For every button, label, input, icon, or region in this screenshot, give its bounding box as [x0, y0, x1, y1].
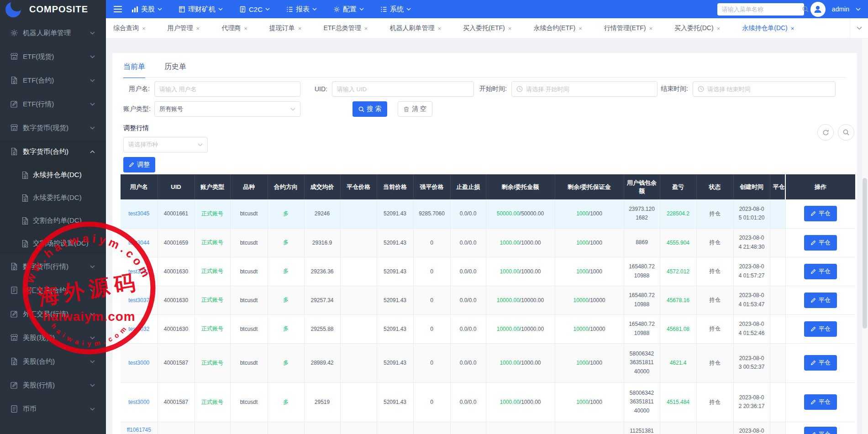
sidebar-item-7[interactable]: 外汇交易(合约): [0, 278, 106, 302]
open-tab-2[interactable]: 代理商 ×: [221, 24, 247, 32]
adjust-button[interactable]: 调整: [123, 157, 155, 173]
open-tab-4[interactable]: ETF总类管理 ×: [323, 24, 368, 32]
uid-input[interactable]: [337, 86, 469, 93]
username-link[interactable]: test3045: [128, 210, 149, 217]
nav-item-3[interactable]: 报表: [286, 5, 317, 14]
nav-item-4[interactable]: 配置: [333, 5, 364, 14]
open-tab-0[interactable]: 综合查询 ×: [113, 24, 146, 32]
sidebar-item-10[interactable]: SQL 美股(合约): [0, 350, 106, 373]
close-icon[interactable]: ×: [298, 25, 302, 32]
hamburger-icon[interactable]: [113, 5, 122, 13]
user-avatar[interactable]: [810, 2, 826, 17]
close-position-button[interactable]: 平仓: [804, 321, 837, 337]
username-link[interactable]: test3044: [128, 240, 149, 246]
cell-account-type: 正式账号: [195, 199, 230, 228]
tabs-dropdown-button[interactable]: [850, 18, 868, 39]
search-icon[interactable]: [802, 6, 809, 12]
sidebar-item-12[interactable]: 币币: [0, 397, 106, 421]
open-tab-3[interactable]: 提现订单 ×: [269, 24, 302, 32]
open-tab-1[interactable]: 用户管理 ×: [168, 24, 200, 32]
sidebar-item-5[interactable]: SQL 数字货币(合约): [0, 140, 106, 163]
cell-created-time: 2023-08-0 4 01:53:47: [733, 286, 770, 314]
chevron-down-icon: [90, 313, 95, 316]
close-position-button[interactable]: 平仓: [804, 394, 837, 410]
sidebar-item-6[interactable]: SQL 数字货币(行情): [0, 255, 106, 278]
tab-current-orders[interactable]: 当前单: [123, 62, 145, 78]
close-icon[interactable]: ×: [437, 25, 441, 32]
cell-account-type: 正式账号: [195, 343, 230, 382]
username-link[interactable]: ff1061745: [127, 427, 151, 433]
open-tab-8[interactable]: 行情管理(ETF) ×: [604, 24, 652, 32]
nav-item-2[interactable]: C2C: [239, 5, 270, 13]
sidebar-subitem-2[interactable]: SQL 交割合约单(DC): [0, 209, 106, 232]
cell-status: 持仓: [696, 382, 733, 422]
sidebar-item-4[interactable]: 数字货币(现货): [0, 116, 106, 140]
close-icon[interactable]: ×: [579, 25, 582, 32]
sidebar-subitem-1[interactable]: SQL 永续委托单(DC): [0, 186, 106, 209]
username-link[interactable]: test3032: [128, 326, 149, 332]
close-icon[interactable]: ×: [791, 25, 794, 32]
close-position-button[interactable]: 平仓: [804, 293, 837, 308]
tab-history-orders[interactable]: 历史单: [164, 62, 186, 78]
close-icon[interactable]: ×: [649, 25, 653, 32]
refresh-icon[interactable]: [817, 124, 834, 141]
doc-icon: [10, 405, 18, 413]
nav-item-5[interactable]: 系统: [380, 5, 411, 14]
menu-search-input[interactable]: [722, 6, 802, 13]
start-time-input[interactable]: [526, 86, 652, 93]
sidebar-subitem-0[interactable]: SQL 永续持仓单(DC): [0, 163, 106, 186]
end-time-field[interactable]: [693, 81, 836, 97]
close-icon[interactable]: ×: [142, 25, 146, 32]
username-link[interactable]: test3037: [128, 297, 149, 303]
username-link[interactable]: test3032: [128, 268, 149, 275]
close-position-button[interactable]: 平仓: [804, 235, 837, 251]
close-icon[interactable]: ×: [717, 25, 721, 32]
sidebar-item-11[interactable]: 美股(行情): [0, 373, 106, 397]
nav-item-1[interactable]: 理财矿机: [179, 5, 223, 14]
close-position-button[interactable]: 平仓: [804, 264, 837, 279]
menu-search-box[interactable]: [717, 3, 804, 16]
sidebar-subitem-3[interactable]: SQL 交割场控设置(DC): [0, 232, 106, 255]
sidebar-item-2[interactable]: SQL ETF(合约): [0, 68, 106, 92]
sidebar-item-3[interactable]: ETF(行情): [0, 92, 106, 116]
magnifier-icon[interactable]: [838, 124, 854, 141]
open-tab-10[interactable]: 永续持仓单(DC) ×: [742, 24, 794, 32]
user-chevron-down-icon[interactable]: [856, 8, 861, 11]
coin-select[interactable]: 请选择币种: [123, 137, 208, 152]
nav-item-0[interactable]: 美股: [132, 5, 162, 14]
end-time-label: 结束时间:: [658, 85, 693, 93]
sidebar-item-1[interactable]: ETF(现货): [0, 45, 106, 68]
close-position-button[interactable]: 平仓: [804, 206, 837, 221]
cell-action: 平仓: [785, 382, 855, 422]
close-icon[interactable]: ×: [364, 25, 368, 32]
username-link[interactable]: test3000: [128, 360, 149, 366]
start-time-field[interactable]: [511, 81, 658, 97]
cell-tp-sl: 0.0/0.0: [450, 228, 486, 257]
page-scrollbar[interactable]: [861, 18, 868, 434]
account-type-select[interactable]: 所有账号: [154, 101, 300, 117]
close-icon[interactable]: ×: [196, 25, 200, 32]
username-field[interactable]: [154, 81, 300, 97]
sidebar-item-8[interactable]: 外汇交易(行情): [0, 302, 106, 326]
close-icon[interactable]: ×: [244, 25, 247, 32]
username-input[interactable]: [159, 86, 295, 93]
search-button[interactable]: 搜 索: [352, 101, 387, 117]
open-tab-6[interactable]: 买入委托(ETF) ×: [463, 24, 511, 32]
close-position-button[interactable]: 平仓: [804, 355, 837, 371]
cell-account-type: 正式账号: [195, 382, 230, 422]
chevron-down-icon: [90, 360, 95, 363]
username-label[interactable]: admin: [832, 5, 849, 13]
open-tab-7[interactable]: 永续合约(ETF) ×: [533, 24, 582, 32]
username-link[interactable]: test3000: [128, 399, 149, 405]
cell-action: 平仓: [785, 286, 855, 314]
close-position-button[interactable]: 平仓: [804, 427, 837, 434]
uid-field[interactable]: [332, 81, 474, 97]
clear-button[interactable]: 清 空: [398, 101, 432, 117]
close-icon[interactable]: ×: [508, 25, 512, 32]
open-tab-9[interactable]: 买入委托(DC) ×: [674, 24, 720, 32]
scrollbar-thumb[interactable]: [863, 178, 867, 329]
end-time-input[interactable]: [707, 86, 831, 93]
sidebar-item-9[interactable]: 美股(现货): [0, 326, 106, 350]
sidebar-item-0[interactable]: 机器人刷单管理: [0, 21, 106, 45]
open-tab-5[interactable]: 机器人刷单管理 ×: [389, 24, 441, 32]
